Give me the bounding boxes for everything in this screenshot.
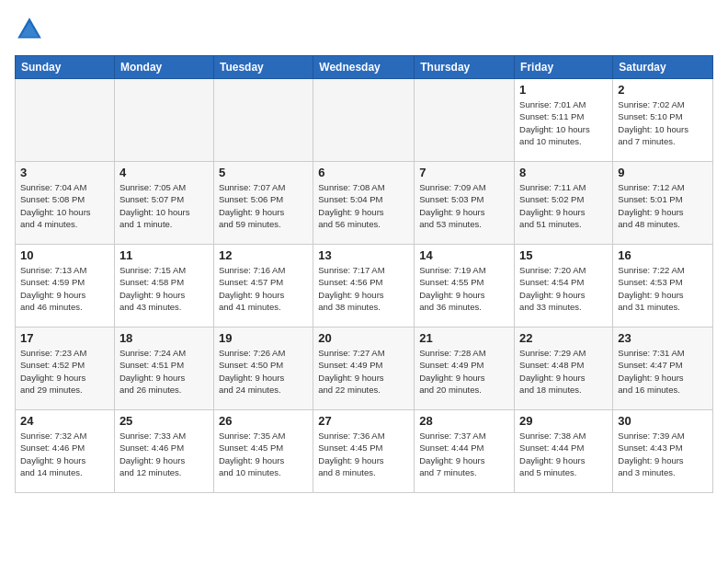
logo-icon xyxy=(15,15,44,44)
calendar-header-thursday: Thursday xyxy=(415,56,515,79)
day-info: Sunrise: 7:31 AMSunset: 4:47 PMDaylight:… xyxy=(618,347,708,396)
calendar-cell: 13Sunrise: 7:17 AMSunset: 4:56 PMDayligh… xyxy=(313,245,415,327)
day-number: 14 xyxy=(419,248,509,262)
calendar-header-friday: Friday xyxy=(515,56,613,79)
day-info: Sunrise: 7:09 AMSunset: 5:03 PMDaylight:… xyxy=(419,181,509,230)
day-info: Sunrise: 7:20 AMSunset: 4:54 PMDaylight:… xyxy=(519,264,608,313)
calendar-cell: 1Sunrise: 7:01 AMSunset: 5:11 PMDaylight… xyxy=(515,79,613,162)
day-number: 19 xyxy=(219,331,308,345)
calendar-cell: 20Sunrise: 7:27 AMSunset: 4:49 PMDayligh… xyxy=(313,327,415,410)
day-info: Sunrise: 7:28 AMSunset: 4:49 PMDaylight:… xyxy=(419,347,509,396)
day-number: 27 xyxy=(318,414,409,428)
day-number: 5 xyxy=(219,166,308,179)
day-info: Sunrise: 7:19 AMSunset: 4:55 PMDaylight:… xyxy=(419,264,509,313)
logo xyxy=(15,15,48,44)
calendar-cell: 16Sunrise: 7:22 AMSunset: 4:53 PMDayligh… xyxy=(613,245,713,327)
day-info: Sunrise: 7:27 AMSunset: 4:49 PMDaylight:… xyxy=(318,347,409,396)
calendar-cell xyxy=(213,79,313,162)
calendar-cell xyxy=(313,79,415,162)
day-info: Sunrise: 7:01 AMSunset: 5:11 PMDaylight:… xyxy=(519,98,608,147)
calendar-cell xyxy=(16,79,115,162)
day-number: 24 xyxy=(20,414,109,428)
calendar-cell: 3Sunrise: 7:04 AMSunset: 5:08 PMDaylight… xyxy=(16,162,115,245)
day-info: Sunrise: 7:23 AMSunset: 4:52 PMDaylight:… xyxy=(20,347,109,396)
calendar-cell: 14Sunrise: 7:19 AMSunset: 4:55 PMDayligh… xyxy=(415,245,515,327)
day-info: Sunrise: 7:29 AMSunset: 4:48 PMDaylight:… xyxy=(519,347,608,396)
day-number: 22 xyxy=(519,331,608,345)
calendar-cell: 9Sunrise: 7:12 AMSunset: 5:01 PMDaylight… xyxy=(613,162,713,245)
calendar-table: SundayMondayTuesdayWednesdayThursdayFrid… xyxy=(15,55,713,493)
calendar-header-row: SundayMondayTuesdayWednesdayThursdayFrid… xyxy=(16,56,713,79)
calendar-week-row: 24Sunrise: 7:32 AMSunset: 4:46 PMDayligh… xyxy=(16,410,713,493)
day-number: 7 xyxy=(419,166,509,179)
calendar-cell: 17Sunrise: 7:23 AMSunset: 4:52 PMDayligh… xyxy=(16,327,115,410)
day-number: 1 xyxy=(519,83,608,97)
calendar-cell: 24Sunrise: 7:32 AMSunset: 4:46 PMDayligh… xyxy=(16,410,115,493)
calendar-cell: 21Sunrise: 7:28 AMSunset: 4:49 PMDayligh… xyxy=(415,327,515,410)
day-info: Sunrise: 7:12 AMSunset: 5:01 PMDaylight:… xyxy=(618,181,708,230)
day-number: 11 xyxy=(119,248,209,262)
calendar-header-tuesday: Tuesday xyxy=(213,56,313,79)
day-number: 18 xyxy=(119,331,209,345)
day-info: Sunrise: 7:11 AMSunset: 5:02 PMDaylight:… xyxy=(519,181,608,230)
day-info: Sunrise: 7:16 AMSunset: 4:57 PMDaylight:… xyxy=(219,264,308,313)
calendar-cell: 22Sunrise: 7:29 AMSunset: 4:48 PMDayligh… xyxy=(515,327,613,410)
day-number: 13 xyxy=(318,248,409,262)
calendar-cell: 30Sunrise: 7:39 AMSunset: 4:43 PMDayligh… xyxy=(613,410,713,493)
calendar-header-wednesday: Wednesday xyxy=(313,56,415,79)
day-number: 26 xyxy=(219,414,308,428)
day-info: Sunrise: 7:33 AMSunset: 4:46 PMDaylight:… xyxy=(119,430,209,478)
day-number: 4 xyxy=(119,166,209,179)
day-number: 3 xyxy=(20,166,109,179)
calendar-cell: 12Sunrise: 7:16 AMSunset: 4:57 PMDayligh… xyxy=(213,245,313,327)
day-number: 15 xyxy=(519,248,608,262)
calendar-header-monday: Monday xyxy=(114,56,213,79)
day-info: Sunrise: 7:35 AMSunset: 4:45 PMDaylight:… xyxy=(219,430,308,478)
day-number: 8 xyxy=(519,166,608,179)
day-number: 12 xyxy=(219,248,308,262)
calendar-cell: 10Sunrise: 7:13 AMSunset: 4:59 PMDayligh… xyxy=(16,245,115,327)
day-info: Sunrise: 7:36 AMSunset: 4:45 PMDaylight:… xyxy=(318,430,409,478)
calendar-cell: 5Sunrise: 7:07 AMSunset: 5:06 PMDaylight… xyxy=(213,162,313,245)
calendar-cell: 29Sunrise: 7:38 AMSunset: 4:44 PMDayligh… xyxy=(515,410,613,493)
calendar-cell: 4Sunrise: 7:05 AMSunset: 5:07 PMDaylight… xyxy=(114,162,213,245)
day-info: Sunrise: 7:04 AMSunset: 5:08 PMDaylight:… xyxy=(20,181,109,230)
calendar-cell: 27Sunrise: 7:36 AMSunset: 4:45 PMDayligh… xyxy=(313,410,415,493)
day-number: 23 xyxy=(618,331,708,345)
calendar-cell: 15Sunrise: 7:20 AMSunset: 4:54 PMDayligh… xyxy=(515,245,613,327)
calendar-cell xyxy=(415,79,515,162)
day-info: Sunrise: 7:02 AMSunset: 5:10 PMDaylight:… xyxy=(618,98,708,147)
calendar-header-saturday: Saturday xyxy=(613,56,713,79)
day-info: Sunrise: 7:05 AMSunset: 5:07 PMDaylight:… xyxy=(119,181,209,230)
day-info: Sunrise: 7:08 AMSunset: 5:04 PMDaylight:… xyxy=(318,181,409,230)
day-info: Sunrise: 7:38 AMSunset: 4:44 PMDaylight:… xyxy=(519,430,608,478)
day-info: Sunrise: 7:24 AMSunset: 4:51 PMDaylight:… xyxy=(119,347,209,396)
day-info: Sunrise: 7:15 AMSunset: 4:58 PMDaylight:… xyxy=(119,264,209,313)
day-number: 17 xyxy=(20,331,109,345)
calendar-cell: 19Sunrise: 7:26 AMSunset: 4:50 PMDayligh… xyxy=(213,327,313,410)
day-info: Sunrise: 7:37 AMSunset: 4:44 PMDaylight:… xyxy=(419,430,509,478)
day-number: 29 xyxy=(519,414,608,428)
calendar-week-row: 10Sunrise: 7:13 AMSunset: 4:59 PMDayligh… xyxy=(16,245,713,327)
day-number: 10 xyxy=(20,248,109,262)
day-number: 6 xyxy=(318,166,409,179)
day-number: 28 xyxy=(419,414,509,428)
calendar-header-sunday: Sunday xyxy=(16,56,115,79)
day-info: Sunrise: 7:17 AMSunset: 4:56 PMDaylight:… xyxy=(318,264,409,313)
day-info: Sunrise: 7:07 AMSunset: 5:06 PMDaylight:… xyxy=(219,181,308,230)
calendar-cell: 7Sunrise: 7:09 AMSunset: 5:03 PMDaylight… xyxy=(415,162,515,245)
day-info: Sunrise: 7:13 AMSunset: 4:59 PMDaylight:… xyxy=(20,264,109,313)
day-number: 21 xyxy=(419,331,509,345)
day-info: Sunrise: 7:39 AMSunset: 4:43 PMDaylight:… xyxy=(618,430,708,478)
day-number: 30 xyxy=(618,414,708,428)
calendar-week-row: 1Sunrise: 7:01 AMSunset: 5:11 PMDaylight… xyxy=(16,79,713,162)
calendar-cell: 6Sunrise: 7:08 AMSunset: 5:04 PMDaylight… xyxy=(313,162,415,245)
day-number: 16 xyxy=(618,248,708,262)
calendar-cell: 2Sunrise: 7:02 AMSunset: 5:10 PMDaylight… xyxy=(613,79,713,162)
day-info: Sunrise: 7:22 AMSunset: 4:53 PMDaylight:… xyxy=(618,264,708,313)
day-info: Sunrise: 7:26 AMSunset: 4:50 PMDaylight:… xyxy=(219,347,308,396)
day-info: Sunrise: 7:32 AMSunset: 4:46 PMDaylight:… xyxy=(20,430,109,478)
calendar-week-row: 17Sunrise: 7:23 AMSunset: 4:52 PMDayligh… xyxy=(16,327,713,410)
page-header xyxy=(15,15,713,44)
calendar-cell: 26Sunrise: 7:35 AMSunset: 4:45 PMDayligh… xyxy=(213,410,313,493)
